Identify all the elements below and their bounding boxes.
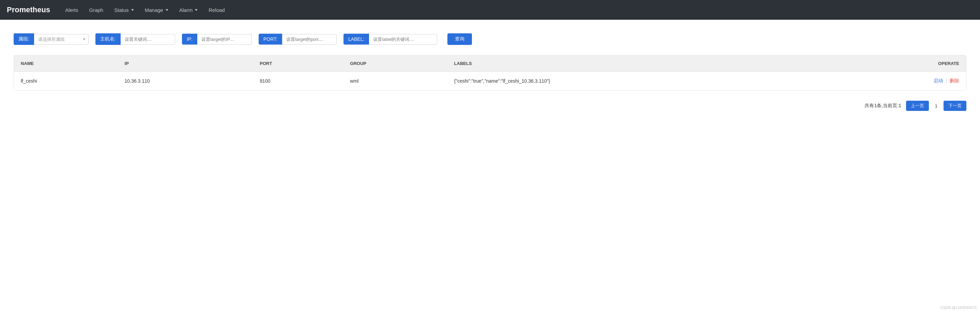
cell-operate: 启动 | 删除: [829, 72, 966, 90]
status-caret-icon: [131, 9, 134, 11]
filter-group-port: PORT:: [259, 34, 337, 44]
port-input[interactable]: [282, 34, 337, 44]
group-select[interactable]: 请选择所属组: [34, 34, 89, 44]
cell-port: 9100: [253, 72, 343, 90]
col-operate: OPERATE: [829, 55, 966, 72]
pagination-info: 共有1条,当前页:1: [864, 103, 901, 109]
nav-links: Alerts Graph Status Manage Alarm Reload: [60, 5, 230, 16]
ip-label: IP:: [182, 34, 197, 44]
watermark: CSDN @1182640073: [940, 305, 977, 310]
group-label: 属组:: [14, 33, 34, 45]
filter-group-ip: IP:: [182, 34, 252, 44]
cell-labels: {"ceshi":"true","name":"lf_ceshi_10.36.3…: [447, 72, 829, 90]
name-input[interactable]: [121, 34, 175, 44]
col-name: NAME: [14, 55, 118, 72]
col-labels: LABELS: [447, 55, 829, 72]
manage-caret-icon: [165, 9, 168, 11]
nav-manage[interactable]: Manage: [140, 5, 173, 16]
data-table-container: NAME IP PORT GROUP LABELS OPERATE lf_ces…: [14, 55, 966, 90]
filter-group-name: 主机名:: [95, 33, 175, 45]
nav-alerts[interactable]: Alerts: [60, 5, 83, 16]
query-button[interactable]: 查询: [447, 33, 472, 45]
main-content: 属组: 请选择所属组 主机名: IP: PORT: LABEL: 查询: [0, 20, 980, 313]
cell-group: wml: [343, 72, 447, 90]
table-header-row: NAME IP PORT GROUP LABELS OPERATE: [14, 55, 966, 72]
name-label: 主机名:: [95, 33, 121, 45]
filter-group-group: 属组: 请选择所属组: [14, 33, 89, 45]
filter-group-label: LABEL:: [344, 34, 437, 44]
nav-status[interactable]: Status: [110, 5, 139, 16]
current-page-number: 1: [932, 101, 941, 111]
ip-input[interactable]: [197, 34, 252, 44]
col-group: GROUP: [343, 55, 447, 72]
table-row: lf_ceshi 10.36.3.110 9100 wml {"ceshi":"…: [14, 72, 966, 90]
operate-separator: |: [946, 78, 947, 83]
alarm-caret-icon: [195, 9, 197, 11]
navbar: Prometheus Alerts Graph Status Manage Al…: [0, 0, 980, 20]
label-input[interactable]: [369, 34, 437, 44]
operate-delete-link[interactable]: 删除: [950, 78, 959, 83]
nav-reload[interactable]: Reload: [204, 5, 230, 16]
cell-ip: 10.36.3.110: [118, 72, 253, 90]
brand-logo[interactable]: Prometheus: [7, 5, 50, 14]
nav-alarm[interactable]: Alarm: [175, 5, 202, 16]
nav-graph[interactable]: Graph: [84, 5, 108, 16]
filter-bar: 属组: 请选择所属组 主机名: IP: PORT: LABEL: 查询: [14, 33, 966, 45]
col-ip: IP: [118, 55, 253, 72]
label-label: LABEL:: [344, 34, 369, 44]
data-table: NAME IP PORT GROUP LABELS OPERATE lf_ces…: [14, 55, 966, 90]
cell-name: lf_ceshi: [14, 72, 118, 90]
col-port: PORT: [253, 55, 343, 72]
prev-page-button[interactable]: 上一页: [906, 101, 929, 111]
port-label: PORT:: [259, 34, 282, 44]
operate-start-link[interactable]: 启动: [934, 78, 943, 83]
pagination: 共有1条,当前页:1 上一页 1 下一页: [14, 97, 966, 114]
next-page-button[interactable]: 下一页: [943, 101, 966, 111]
